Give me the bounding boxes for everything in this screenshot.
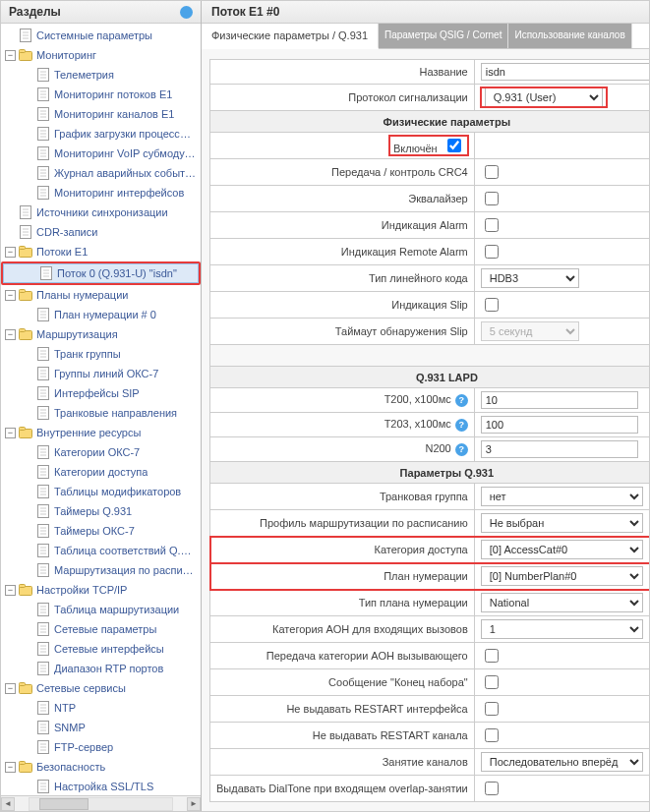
tree-node-38[interactable]: Настройка SSL/TLS [1,777,201,795]
tree-label: График загрузки процессора [54,126,197,142]
crc4-checkbox[interactable] [485,165,499,179]
tree-node-3[interactable]: Мониторинг потоков E1 [1,85,201,104]
lbl-aontx: Передача категории АОН вызывающего [210,643,475,669]
t200-input[interactable] [481,391,638,409]
tree-node-35[interactable]: SNMP [1,718,201,737]
tree-node-11[interactable]: −Потоки E1 [1,242,201,261]
svg-rect-73 [20,428,26,431]
numplan-select[interactable]: [0] NumberPlan#0 [481,566,643,586]
tree-node-32[interactable]: Диапазон RTP портов [1,659,201,678]
sidebar: Разделы Системные параметры−МониторингТе… [1,1,202,811]
tree-node-23[interactable]: Таблицы модификаторов [1,482,201,501]
tab-physical[interactable]: Физические параметры / Q.931 [202,24,379,49]
tree-node-27[interactable]: Маршрутизация по расписанию [1,560,201,580]
collapse-icon[interactable]: − [5,50,16,61]
tree-node-20[interactable]: −Внутренние ресурсы [1,423,201,442]
collapse-icon[interactable]: − [5,762,16,773]
name-input[interactable] [481,63,649,81]
tree-node-28[interactable]: −Настройки TCP/IP [1,580,201,600]
tab-channels[interactable]: Использование каналов [508,24,631,48]
main-title: Поток E1 #0 [202,1,649,24]
acccat-select[interactable]: [0] AccessCat#0 [481,540,643,559]
tree-node-14[interactable]: План нумерации # 0 [1,305,201,324]
tree-node-21[interactable]: Категории ОКС-7 [1,442,201,462]
tree-node-1[interactable]: −Мониторинг [1,45,201,65]
proto-select[interactable]: Q.931 (User) [485,87,603,107]
enabled-checkbox[interactable] [447,139,461,152]
tree-node-29[interactable]: Таблица маршрутизации [1,600,201,619]
tree-node-8[interactable]: Мониторинг интерфейсов [1,183,201,203]
tree-node-13[interactable]: −Планы нумерации [1,285,201,305]
tree-node-17[interactable]: Группы линий ОКС-7 [1,364,201,383]
tree-node-30[interactable]: Сетевые параметры [1,619,201,639]
tree[interactable]: Системные параметры−МониторингТелеметрия… [1,24,201,795]
linecode-select[interactable]: HDB3 [481,268,579,288]
tree-node-26[interactable]: Таблица соответствий Q.850-cause и [1,541,201,560]
scroll-track[interactable] [29,797,173,811]
collapse-icon[interactable]: − [5,683,16,694]
ralarm-checkbox[interactable] [485,245,499,259]
tab-qsig[interactable]: Параметры QSIG / Cornet [379,24,508,48]
tree-node-22[interactable]: Категории доступа [1,462,201,482]
help-icon[interactable]: ? [455,443,468,456]
tree-node-37[interactable]: −Безопасность [1,757,201,777]
tree-node-7[interactable]: Журнал аварийных событий [1,163,201,183]
help-icon[interactable]: ? [455,394,468,407]
aoncat-select[interactable]: 1 [481,619,643,639]
tree-node-25[interactable]: Таймеры ОКС-7 [1,521,201,541]
collapse-icon[interactable]: − [5,428,16,438]
sched-select[interactable]: Не выбран [481,513,643,533]
plantype-select[interactable]: National [481,593,643,612]
tree-node-19[interactable]: Транковые направления [1,403,201,423]
tree-label: Маршрутизация [36,326,118,342]
n200-input[interactable] [481,440,638,458]
toggle-spacer [23,188,33,199]
tree-label: Интерфейсы SIP [54,385,140,401]
toggle-spacer [23,89,33,100]
endmsg-checkbox[interactable] [485,675,499,689]
tree-node-31[interactable]: Сетевые интерфейсы [1,639,201,659]
tree-label: Таблица соответствий Q.850-cause и [54,543,197,558]
tree-node-16[interactable]: Транк группы [1,344,201,364]
eq-checkbox[interactable] [485,192,499,205]
lbl-ralarm: Индикация Remote Alarm [210,239,475,265]
tree-node-18[interactable]: Интерфейсы SIP [1,383,201,403]
scroll-thumb[interactable] [39,798,89,810]
tree-node-6[interactable]: Мониторинг VoIP субмодулей [1,144,201,163]
aontx-checkbox[interactable] [485,649,499,663]
tree-node-36[interactable]: FTP-сервер [1,737,201,757]
t203-input[interactable] [481,416,638,434]
alarm-checkbox[interactable] [485,218,499,232]
tree-label: Телеметрия [54,67,114,83]
tree-node-0[interactable]: Системные параметры [1,26,201,45]
dialtone-checkbox[interactable] [485,782,499,795]
tree-node-4[interactable]: Мониторинг каналов E1 [1,104,201,124]
tree-label: Безопасность [36,759,105,775]
sidebar-hscroll[interactable]: ◄ ► [1,795,201,811]
help-icon[interactable]: ? [455,419,468,432]
trunk-select[interactable]: нет [481,487,643,506]
norestart-ch-checkbox[interactable] [485,728,499,742]
lbl-crc4: Передача / контроль CRC4 [210,159,475,186]
collapse-icon[interactable]: − [5,585,16,596]
tree-node-5[interactable]: График загрузки процессора [1,124,201,144]
tree-node-10[interactable]: CDR-записи [1,222,201,242]
chanorder-select[interactable]: Последовательно вперёд [481,752,643,772]
tree-node-2[interactable]: Телеметрия [1,65,201,85]
slip-checkbox[interactable] [485,298,499,312]
sidebar-refresh-icon[interactable] [180,6,193,19]
collapse-icon[interactable]: − [5,247,16,258]
scroll-left-icon[interactable]: ◄ [1,797,15,811]
tree-node-24[interactable]: Таймеры Q.931 [1,501,201,521]
tree-node-15[interactable]: −Маршрутизация [1,324,201,344]
lbl-sched: Профиль маршрутизации по расписанию [210,510,475,537]
collapse-icon[interactable]: − [5,290,16,301]
tree-node-9[interactable]: Источники синхронизации [1,203,201,222]
collapse-icon[interactable]: − [5,329,16,340]
tree-node-33[interactable]: −Сетевые сервисы [1,678,201,698]
norestart-if-checkbox[interactable] [485,702,499,716]
tree-node-34[interactable]: NTP [1,698,201,718]
tree-node-12[interactable]: Поток 0 (Q.931-U) "isdn" [3,263,199,283]
scroll-right-icon[interactable]: ► [187,797,201,811]
tree-label: Таймеры ОКС-7 [54,523,135,539]
